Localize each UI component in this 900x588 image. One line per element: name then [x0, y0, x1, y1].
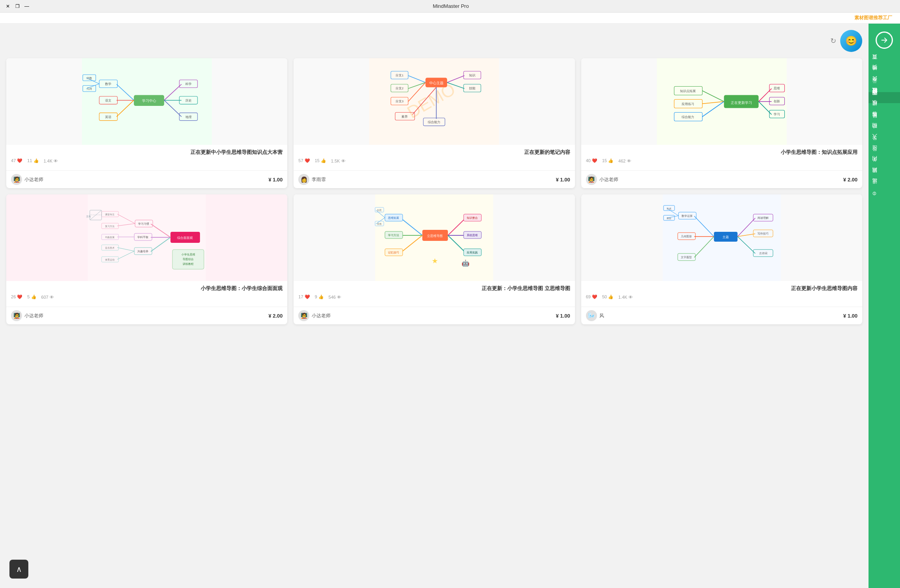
card-1-thumbnail: 正在更新学习 知识点拓展 应用练习 综合能力	[581, 58, 862, 145]
card-3-footer: ¥ 1.00 小达老师 🧑‍🏫	[6, 170, 287, 188]
card-2-favs: ❤️ 57	[298, 158, 310, 163]
card-4-price: ¥ 1.00	[843, 313, 857, 319]
card-2-author-name: 李雨霏	[312, 176, 326, 183]
card-2-footer: ¥ 1.00 李雨霏 👩	[294, 170, 575, 188]
sidebar-item-feature[interactable]: 功能	[869, 128, 900, 137]
app-title: MindMaster Pro	[433, 3, 469, 9]
svg-text:发散: 发散	[377, 223, 382, 225]
svg-text:数学运算: 数学运算	[682, 214, 693, 217]
card-1[interactable]: 正在更新学习 知识点拓展 应用练习 综合能力	[581, 58, 862, 188]
svg-text:写作技巧: 写作技巧	[758, 232, 769, 235]
svg-text:创意: 创意	[377, 209, 382, 211]
card-3-price: ¥ 1.00	[268, 177, 283, 183]
svg-text:★: ★	[432, 257, 438, 265]
card-4-author: 风 🌬️	[586, 310, 604, 321]
refresh-icon[interactable]: ↻	[830, 37, 836, 45]
svg-text:课堂专注: 课堂专注	[105, 213, 115, 216]
card-4-likes: 👍 50	[602, 294, 614, 300]
card-4[interactable]: 主题 数学运算 加减 乘除 几何图形	[581, 194, 862, 324]
scroll-to-top-button[interactable]: ∧	[9, 560, 28, 579]
sidebar-item-import[interactable]: 导入	[869, 139, 900, 148]
svg-text:记忆技巧: 记忆技巧	[388, 251, 399, 254]
card-1-price: ¥ 2.00	[843, 177, 857, 183]
card-5-footer: ¥ 1.00 小达老师 🧑‍🏫	[294, 307, 575, 324]
sidebar-item-home[interactable]: 首页	[869, 58, 900, 68]
card-5-author-name: 小达老师	[312, 312, 331, 319]
content-area[interactable]: 😊 ↻ 正在更新学习 知识点拓展	[0, 24, 869, 588]
minimize-button[interactable]: —	[24, 3, 30, 9]
card-2-info: 正在更新的笔记内容 👁 1.5K 👍 15 ❤️ 57	[294, 145, 575, 170]
card-2-avatar: 👩	[298, 174, 309, 185]
card-5-info: 正在更新：小学生思维导图 立思维导图 👁 546 👍 9 ❤️ 17	[294, 281, 575, 307]
sidebar-item-export[interactable]: 导出	[869, 150, 900, 159]
title-bar: ✕ ❐ — MindMaster Pro	[0, 0, 900, 13]
card-2-price: ¥ 1.00	[556, 177, 570, 183]
card-4-title: 正在更新小学生思维导图内容	[586, 285, 857, 292]
card-6-footer: ¥ 2.00 小达老师 🧑‍🏫	[6, 307, 287, 324]
card-2[interactable]: DEMO 中心主题 分支1 分支2 分支3	[294, 58, 575, 188]
svg-text:🤖: 🤖	[462, 259, 470, 267]
sidebar-item-template[interactable]: 模板	[869, 105, 900, 114]
svg-text:英语: 英语	[105, 115, 111, 119]
card-6-price: ¥ 2.00	[268, 313, 283, 319]
card-5-author: 小达老师 🧑‍🏫	[298, 310, 331, 321]
card-1-footer: ¥ 2.00 小达老师 🧑‍🏫	[581, 170, 862, 188]
card-5[interactable]: 立思维导图 思维拓展 创意 发散 学习方法	[294, 194, 575, 324]
svg-text:综合能力: 综合能力	[682, 115, 694, 119]
card-3-info: 正在更新中小学生思维导图知识点大本营 👁 1.4K 👍 11 ❤️ 47	[6, 145, 287, 170]
svg-text:系统思维: 系统思维	[467, 234, 478, 237]
close-button[interactable]: ✕	[5, 3, 11, 9]
svg-text:小学生思维: 小学生思维	[181, 253, 195, 256]
card-6-info: 小学生思维导图：小学生综合面面观 👁 607 👍 5 ❤️ 26	[6, 281, 287, 307]
card-6-thumbnail: 综合面面观 学习习惯 课堂专注 复习方法 学科平衡	[6, 194, 287, 281]
svg-text:分支2: 分支2	[395, 87, 403, 90]
sidebar: 首页 续费 云文件 图谱社区 模板 民客服 功能 导入 导出 关闭 返回 ⊖ 退…	[869, 24, 900, 588]
svg-text:思维: 思维	[773, 87, 780, 90]
sidebar-item-back[interactable]: 返回	[869, 172, 900, 181]
card-3-views: 👁 1.4K	[44, 159, 58, 163]
svg-text:文字题型: 文字题型	[681, 256, 692, 259]
svg-text:历史: 历史	[185, 99, 192, 102]
card-1-author: 小达老师 🧑‍🏫	[586, 174, 618, 185]
svg-text:均衡发展: 均衡发展	[105, 236, 115, 239]
user-avatar: 😊	[840, 30, 862, 52]
svg-text:数学: 数学	[105, 82, 111, 86]
sidebar-item-logout[interactable]: ⊖ 退出	[869, 183, 900, 200]
svg-text:分支3: 分支3	[395, 100, 403, 103]
card-3-favs: ❤️ 47	[11, 158, 22, 163]
card-2-likes: 👍 15	[315, 158, 326, 163]
svg-text:乘除: 乘除	[667, 217, 671, 220]
svg-text:几何图形: 几何图形	[681, 235, 692, 238]
card-5-price: ¥ 1.00	[556, 313, 570, 319]
card-4-footer: ¥ 1.00 风 🌬️	[581, 307, 862, 324]
card-2-author: 李雨霏 👩	[298, 174, 326, 185]
svg-text:知识点拓展: 知识点拓展	[680, 89, 696, 93]
maximize-button[interactable]: ❐	[14, 3, 20, 9]
sidebar-item-cloud[interactable]: 云文件	[869, 80, 900, 91]
card-1-avatar: 🧑‍🏫	[586, 174, 597, 185]
svg-text:学习习惯: 学习习惯	[138, 222, 149, 226]
card-3-stats: 👁 1.4K 👍 11 ❤️ 47	[11, 158, 283, 163]
svg-text:正在更新学习: 正在更新学习	[730, 101, 752, 105]
sidebar-arrow-button[interactable]	[876, 31, 893, 49]
cards-grid: 正在更新学习 知识点拓展 应用练习 综合能力	[6, 58, 862, 324]
menu-item-active[interactable]: 素材图谱推荐工厂	[851, 15, 895, 21]
card-3-avatar: 🧑‍🏫	[11, 174, 22, 185]
card-3-likes: 👍 11	[27, 158, 39, 163]
card-6[interactable]: 综合面面观 学习习惯 课堂专注 复习方法 学科平衡	[6, 194, 287, 324]
sidebar-item-community[interactable]: 图谱社区	[869, 92, 900, 103]
svg-text:音乐美术: 音乐美术	[105, 246, 115, 249]
card-4-info: 正在更新小学生思维导图内容 👁 1.4K 👍 50 ❤️ 69	[581, 281, 862, 307]
sidebar-item-close[interactable]: 关闭	[869, 161, 900, 170]
sidebar-item-service[interactable]: 民客服	[869, 116, 900, 126]
svg-text:知识: 知识	[469, 74, 475, 77]
card-2-stats: 👁 1.5K 👍 15 ❤️ 57	[298, 158, 570, 163]
card-4-author-name: 风	[599, 312, 604, 319]
card-3[interactable]: 学习中心 数学 代数 几何 语文	[6, 58, 287, 188]
card-2-thumbnail: DEMO 中心主题 分支1 分支2 分支3	[294, 58, 575, 145]
card-3-author-name: 小达老师	[24, 176, 43, 183]
sidebar-item-renew[interactable]: 续费	[869, 69, 900, 79]
card-5-avatar: 🧑‍🏫	[298, 310, 309, 321]
card-5-views: 👁 546	[329, 295, 341, 300]
window-controls: ✕ ❐ —	[5, 3, 30, 9]
